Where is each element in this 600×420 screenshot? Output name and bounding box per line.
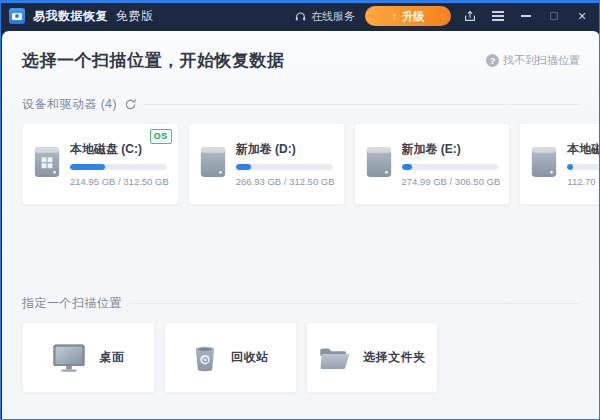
folder-open-icon bbox=[318, 344, 350, 371]
drive-card-e[interactable]: 新加卷 (E:) 274.99 GB / 306.50 GB bbox=[354, 123, 511, 205]
menu-icon[interactable] bbox=[489, 7, 507, 25]
locations-section-label: 指定一个扫描位置 bbox=[22, 295, 122, 312]
empty-grid-cell bbox=[447, 322, 580, 393]
maximize-button[interactable] bbox=[545, 7, 563, 25]
devices-section-header: 设备和驱动器 (4) bbox=[22, 96, 580, 113]
minimize-button[interactable] bbox=[517, 7, 535, 25]
drive-info: 新加卷 (D:) 266.93 GB / 312.50 GB bbox=[236, 141, 335, 187]
drive-icon bbox=[364, 145, 394, 183]
app-edition-label: 免费版 bbox=[116, 8, 154, 25]
location-label: 桌面 bbox=[99, 349, 124, 366]
drive-card-c[interactable]: OS 本地磁盘 (C:) 214.95 GB / 312.50 GB bbox=[22, 123, 179, 205]
location-card-desktop[interactable]: 桌面 bbox=[22, 322, 155, 393]
upgrade-label: 升级 bbox=[402, 9, 424, 24]
capacity-bar-fill bbox=[236, 164, 251, 170]
drive-name: 本地磁盘 (F:) bbox=[567, 141, 600, 158]
question-circle-icon: ? bbox=[486, 54, 499, 67]
drive-name: 新加卷 (E:) bbox=[402, 141, 501, 158]
capacity-bar-fill bbox=[567, 164, 573, 170]
capacity-bar bbox=[402, 164, 499, 170]
drive-icon bbox=[529, 145, 559, 183]
app-window: 易我数据恢复 免费版 在线服务 ↑ 升级 × 选择一个扫 bbox=[0, 0, 600, 420]
drive-card-f[interactable]: SSD 本地磁盘 (F:) 112.70 GB / 118.82 GB bbox=[519, 123, 600, 205]
export-icon[interactable] bbox=[461, 7, 479, 25]
titlebar: 易我数据恢复 免费版 在线服务 ↑ 升级 × bbox=[1, 1, 599, 31]
svg-text:♻: ♻ bbox=[201, 354, 208, 364]
close-button[interactable]: × bbox=[573, 7, 591, 25]
drive-info: 本地磁盘 (C:) 214.95 GB / 312.50 GB bbox=[70, 141, 169, 187]
drive-size: 266.93 GB / 312.50 GB bbox=[236, 176, 335, 187]
desktop-icon bbox=[52, 343, 86, 373]
drive-name: 新加卷 (D:) bbox=[236, 141, 335, 158]
upgrade-button[interactable]: ↑ 升级 bbox=[365, 6, 451, 26]
capacity-bar bbox=[70, 164, 167, 170]
app-logo-icon bbox=[9, 8, 25, 24]
capacity-bar bbox=[567, 164, 600, 170]
drive-info: 本地磁盘 (F:) 112.70 GB / 118.82 GB bbox=[567, 141, 600, 187]
main-content: 选择一个扫描位置，开始恢复数据 ? 找不到扫描位置 设备和驱动器 (4) OS bbox=[2, 31, 600, 420]
help-link-label: 找不到扫描位置 bbox=[503, 53, 580, 68]
location-card-recycle-bin[interactable]: ♻ 回收站 bbox=[164, 322, 297, 393]
section-divider bbox=[129, 303, 580, 304]
devices-section-label: 设备和驱动器 (4) bbox=[22, 96, 117, 113]
drive-size: 214.95 GB / 312.50 GB bbox=[70, 176, 169, 187]
drive-info: 新加卷 (E:) 274.99 GB / 306.50 GB bbox=[402, 141, 501, 187]
drive-card-d[interactable]: 新加卷 (D:) 266.93 GB / 312.50 GB bbox=[188, 123, 345, 205]
page-title: 选择一个扫描位置，开始恢复数据 bbox=[22, 49, 285, 72]
drive-size: 274.99 GB / 306.50 GB bbox=[402, 176, 501, 187]
location-card-choose-folder[interactable]: 选择文件夹 bbox=[306, 322, 439, 393]
capacity-bar bbox=[236, 164, 333, 170]
online-service-label: 在线服务 bbox=[311, 9, 355, 24]
location-label: 回收站 bbox=[231, 349, 269, 366]
drive-icon bbox=[198, 145, 228, 183]
help-link[interactable]: ? 找不到扫描位置 bbox=[486, 53, 580, 68]
app-title: 易我数据恢复 bbox=[33, 8, 108, 25]
refresh-icon[interactable] bbox=[124, 98, 137, 111]
location-grid: 桌面 ♻ 回收站 选择文件夹 bbox=[22, 322, 580, 393]
section-divider bbox=[144, 104, 580, 105]
location-label: 选择文件夹 bbox=[363, 349, 426, 366]
online-service-button[interactable]: 在线服务 bbox=[294, 9, 355, 24]
drive-grid: OS 本地磁盘 (C:) 214.95 GB / 312.50 GB 新加卷 (… bbox=[22, 123, 580, 205]
system-drive-icon bbox=[32, 145, 62, 183]
os-badge: OS bbox=[150, 129, 172, 144]
drive-size: 112.70 GB / 118.82 GB bbox=[567, 176, 600, 187]
capacity-bar-fill bbox=[402, 164, 413, 170]
locations-section-header: 指定一个扫描位置 bbox=[22, 295, 580, 312]
capacity-bar-fill bbox=[70, 164, 105, 170]
headset-icon bbox=[294, 10, 307, 23]
page-header: 选择一个扫描位置，开始恢复数据 ? 找不到扫描位置 bbox=[22, 31, 580, 72]
recycle-bin-icon: ♻ bbox=[192, 343, 218, 373]
up-arrow-icon: ↑ bbox=[392, 11, 398, 22]
